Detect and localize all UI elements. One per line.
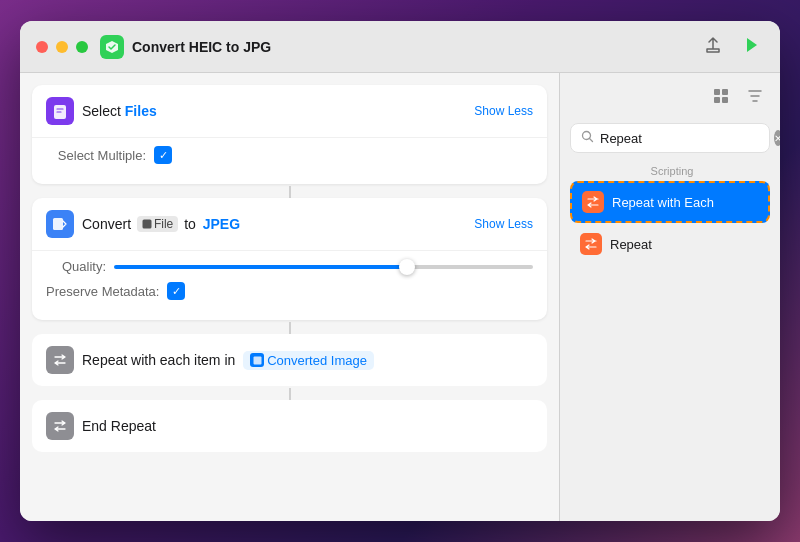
share-button[interactable]	[700, 32, 726, 62]
select-multiple-checkbox[interactable]: ✓	[154, 146, 172, 164]
quality-slider[interactable]	[114, 265, 533, 269]
right-panel: ✕ Scripting Repeat with Each	[560, 73, 780, 521]
fullscreen-button[interactable]	[76, 41, 88, 53]
convert-action-card: Convert File to JPEG Show Less	[32, 198, 547, 320]
search-icon	[581, 130, 594, 146]
search-bar: ✕	[570, 123, 770, 153]
quality-label: Quality:	[46, 259, 106, 274]
repeat-label: Repeat	[610, 237, 652, 252]
convert-title: Convert File to JPEG	[82, 216, 466, 232]
filter-button[interactable]	[742, 83, 768, 113]
app-icon	[100, 35, 124, 59]
svg-rect-8	[722, 97, 728, 103]
convert-card-body: Quality: Preserve Metadata: ✓	[32, 250, 547, 320]
repeat-with-each-label: Repeat with Each	[612, 195, 714, 210]
converted-image-badge: Converted Image	[267, 353, 367, 368]
repeat-each-header: Repeat with each item in Converted Image	[32, 334, 547, 386]
select-card-body: Select Multiple: ✓	[32, 137, 547, 184]
svg-rect-6	[722, 89, 728, 95]
main-window: Convert HEIC to JPG	[20, 21, 780, 521]
preserve-metadata-label: Preserve Metadata:	[46, 284, 159, 299]
select-multiple-label: Select Multiple:	[46, 148, 146, 163]
traffic-lights	[36, 41, 88, 53]
repeat-each-card: Repeat with each item in Converted Image	[32, 334, 547, 386]
repeat-each-text: Repeat with each item in Converted Image	[82, 351, 374, 370]
slider-thumb[interactable]	[399, 259, 415, 275]
minimize-button[interactable]	[56, 41, 68, 53]
end-repeat-card: End Repeat	[32, 400, 547, 452]
title-bar: Convert HEIC to JPG	[20, 21, 780, 73]
convert-format-label: JPEG	[203, 216, 240, 232]
repeat-with-each-result[interactable]: Repeat with Each	[570, 181, 770, 223]
select-title: Select Files	[82, 103, 466, 119]
connector-3	[289, 388, 291, 400]
convert-show-less[interactable]: Show Less	[474, 217, 533, 231]
right-panel-header	[570, 83, 770, 113]
search-input[interactable]	[600, 131, 768, 146]
end-repeat-icon	[46, 412, 74, 440]
end-repeat-header: End Repeat	[32, 400, 547, 452]
repeat-with-each-icon	[582, 191, 604, 213]
connector-1	[289, 186, 291, 198]
svg-rect-5	[714, 89, 720, 95]
select-multiple-row: Select Multiple: ✓	[46, 146, 533, 164]
quality-row: Quality:	[46, 259, 533, 274]
preserve-metadata-row: Preserve Metadata: ✓	[46, 282, 533, 300]
preserve-metadata-checkbox[interactable]: ✓	[167, 282, 185, 300]
convert-file-label: File	[154, 217, 173, 231]
convert-card-header: Convert File to JPEG Show Less	[32, 198, 547, 250]
repeat-prefix: Repeat with each item in	[82, 352, 235, 368]
connector-2	[289, 322, 291, 334]
repeat-result[interactable]: Repeat	[570, 225, 770, 263]
select-icon	[46, 97, 74, 125]
svg-rect-7	[714, 97, 720, 103]
select-card-header: Select Files Show Less	[32, 85, 547, 137]
main-content: Select Files Show Less Select Multiple: …	[20, 73, 780, 521]
svg-rect-4	[253, 356, 261, 364]
select-show-less[interactable]: Show Less	[474, 104, 533, 118]
repeat-icon	[580, 233, 602, 255]
svg-marker-0	[747, 38, 757, 52]
close-button[interactable]	[36, 41, 48, 53]
window-title: Convert HEIC to JPG	[132, 39, 700, 55]
run-button[interactable]	[738, 32, 764, 62]
grid-view-button[interactable]	[708, 83, 734, 113]
convert-icon	[46, 210, 74, 238]
scripting-section-label: Scripting	[570, 165, 770, 177]
end-repeat-label: End Repeat	[82, 418, 156, 434]
left-panel: Select Files Show Less Select Multiple: …	[20, 73, 559, 521]
repeat-each-icon	[46, 346, 74, 374]
select-highlight: Files	[125, 103, 157, 119]
select-action-card: Select Files Show Less Select Multiple: …	[32, 85, 547, 184]
svg-rect-3	[142, 220, 151, 229]
title-actions	[700, 32, 764, 62]
clear-search-button[interactable]: ✕	[774, 130, 780, 146]
svg-rect-2	[53, 218, 63, 230]
